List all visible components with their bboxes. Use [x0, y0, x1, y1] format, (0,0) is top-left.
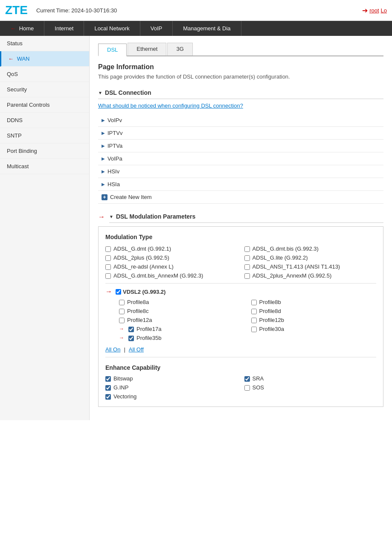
- tab-ethernet[interactable]: Ethernet: [128, 43, 166, 56]
- expand-icon: ▶: [102, 118, 105, 123]
- checkbox-adsl-ansi: ADSL_ANSI_T1.413 (ANSI T1.413): [244, 263, 377, 270]
- checkbox-vectoring: Vectoring: [105, 393, 238, 400]
- nav-voip[interactable]: VoIP: [140, 21, 173, 36]
- sidebar-item-port-binding[interactable]: Port Binding: [0, 143, 89, 159]
- sra-label: SRA: [253, 375, 264, 382]
- vdsl2-label: VDSL2 (G.993.2): [123, 289, 166, 295]
- adsl-readsl-checkbox[interactable]: [105, 264, 111, 270]
- profile35b-label: Profile35b: [136, 335, 162, 341]
- create-new-item[interactable]: + Create New Item: [98, 191, 383, 204]
- profile8b-label: Profile8b: [259, 299, 281, 305]
- checkbox-profile8b: Profile8b: [251, 299, 377, 305]
- adsl-2plus-label: ADSL_2plus (G.992.5): [113, 254, 169, 261]
- bitswap-label: Bitswap: [113, 375, 133, 382]
- logout-link[interactable]: Lo: [381, 7, 387, 14]
- user-link[interactable]: root: [369, 7, 379, 14]
- checkbox-adsl-gdmt-bis: ADSL_G.dmt.bis (G.992.3): [244, 246, 377, 252]
- conn-item-voipa[interactable]: ▶ VoIPa: [98, 152, 383, 165]
- checkbox-profile30a: Profile30a: [251, 326, 377, 332]
- dsl-modulation-section: → ▼ DSL Modulation Parameters: [98, 210, 383, 223]
- profile8c-checkbox[interactable]: [119, 309, 125, 314]
- all-on-button[interactable]: All On: [105, 346, 120, 353]
- checkbox-adsl-gdmt-bisannexm: ADSL_G.dmt.bis_AnnexM (G.992.3): [105, 272, 238, 279]
- profile12b-label: Profile12b: [259, 317, 285, 323]
- adsl-ansi-checkbox[interactable]: [244, 264, 250, 270]
- dsl-connection-header[interactable]: ▼ DSL Connection: [98, 87, 383, 99]
- adsl-readsl-label: ADSL_re-adsl (Annex L): [113, 263, 174, 270]
- dsl-config-link[interactable]: What should be noticed when configuring …: [98, 102, 383, 109]
- modulation-checkboxes-top: ADSL_G.dmt (G.992.1) ADSL_G.dmt.bis (G.9…: [105, 246, 376, 279]
- nav-management[interactable]: Management & Dia: [173, 21, 241, 36]
- adsl-glite-checkbox[interactable]: [244, 255, 250, 261]
- sidebar: Status ← WAN QoS Security Parental Contr…: [0, 36, 90, 420]
- expand-icon: ▶: [102, 131, 105, 135]
- conn-item-voipv[interactable]: ▶ VoIPv: [98, 114, 383, 127]
- conn-item-hsiv[interactable]: ▶ HSIv: [98, 165, 383, 178]
- checkbox-adsl-glite: ADSL_G.lite (G.992.2): [244, 254, 377, 261]
- profile35b-checkbox[interactable]: [128, 336, 134, 341]
- profile8d-checkbox[interactable]: [251, 309, 257, 314]
- divider: [105, 283, 376, 284]
- sidebar-item-sntp[interactable]: SNTP: [0, 128, 89, 143]
- adsl-gdmt-bisannexm-checkbox[interactable]: [105, 273, 111, 279]
- checkbox-profile17a: → Profile17a: [119, 326, 244, 332]
- sidebar-item-status[interactable]: Status: [0, 36, 89, 51]
- conn-item-hsia[interactable]: ▶ HSIa: [98, 178, 383, 191]
- expand-icon: ▶: [102, 143, 105, 148]
- bitswap-checkbox[interactable]: [105, 376, 111, 382]
- adsl-2plus-annexm-checkbox[interactable]: [244, 273, 250, 279]
- adsl-2plus-checkbox[interactable]: [105, 255, 111, 261]
- adsl-gdmt-bisannexm-label: ADSL_G.dmt.bis_AnnexM (G.992.3): [113, 272, 203, 279]
- dsl-modulation-header[interactable]: ▼ DSL Modulation Parameters: [109, 210, 383, 223]
- expand-icon: ▶: [102, 156, 105, 161]
- nav-home[interactable]: ← Home: [0, 21, 44, 36]
- vectoring-label: Vectoring: [113, 393, 136, 400]
- checkbox-profile8c: Profile8c: [119, 308, 244, 314]
- profile8b-checkbox[interactable]: [251, 300, 257, 305]
- sidebar-item-security[interactable]: Security: [0, 82, 89, 97]
- profile8c-label: Profile8c: [127, 308, 149, 314]
- tab-3g[interactable]: 3G: [167, 43, 192, 56]
- adsl-gdmt-bis-checkbox[interactable]: [244, 246, 250, 252]
- dsl-connection-list: ▶ VoIPv ▶ IPTVv ▶ IPTVa ▶ VoIPa ▶ HSIv ▶…: [98, 114, 383, 204]
- header: ZTE Current Time: 2024-10-30T16:30 ➔ roo…: [0, 0, 392, 21]
- vdsl2-checkbox[interactable]: [116, 289, 121, 295]
- profile12b-checkbox[interactable]: [251, 318, 257, 323]
- sidebar-item-wan[interactable]: ← WAN: [0, 51, 89, 67]
- profile17a-checkbox[interactable]: [128, 327, 134, 332]
- all-off-button[interactable]: All Off: [129, 346, 144, 353]
- sidebar-item-multicast[interactable]: Multicast: [0, 159, 89, 174]
- profile12a-checkbox[interactable]: [119, 318, 125, 323]
- conn-item-iptva[interactable]: ▶ IPTVa: [98, 140, 383, 152]
- checkbox-adsl-readsl: ADSL_re-adsl (Annex L): [105, 263, 238, 270]
- sra-checkbox[interactable]: [244, 376, 250, 382]
- adsl-2plus-annexm-label: ADSL_2plus_AnnexM (G.992.5): [253, 272, 332, 279]
- sos-checkbox[interactable]: [244, 385, 250, 391]
- ginp-checkbox[interactable]: [105, 385, 111, 391]
- vectoring-checkbox[interactable]: [105, 394, 111, 400]
- page-info-desc: This page provides the function of DSL c…: [98, 73, 383, 80]
- profile30a-label: Profile30a: [259, 326, 285, 332]
- tab-dsl[interactable]: DSL: [98, 44, 127, 56]
- nav-internet[interactable]: Internet: [44, 21, 84, 36]
- sidebar-item-parental-controls[interactable]: Parental Controls: [0, 97, 89, 113]
- red-arrow-profile17a-icon: →: [119, 326, 124, 332]
- enhance-capability-title: Enhance Capability: [105, 364, 376, 371]
- collapse-triangle-mod-icon: ▼: [109, 214, 113, 219]
- modulation-type-title: Modulation Type: [105, 234, 376, 240]
- profile30a-checkbox[interactable]: [251, 327, 257, 332]
- conn-item-iptvv[interactable]: ▶ IPTVv: [98, 127, 383, 140]
- profile8d-label: Profile8d: [259, 308, 281, 314]
- sos-label: SOS: [253, 384, 264, 391]
- nav-local-network[interactable]: Local Network: [84, 21, 140, 36]
- tab-bar: DSL Ethernet 3G: [98, 43, 383, 56]
- adsl-gdmt-label: ADSL_G.dmt (G.992.1): [113, 246, 171, 252]
- red-arrow-profile35b-icon: →: [119, 335, 124, 341]
- profile8a-checkbox[interactable]: [119, 300, 125, 305]
- sidebar-item-qos[interactable]: QoS: [0, 67, 89, 82]
- checkbox-adsl-2plus: ADSL_2plus (G.992.5): [105, 254, 238, 261]
- sidebar-item-ddns[interactable]: DDNS: [0, 113, 89, 128]
- adsl-gdmt-checkbox[interactable]: [105, 246, 111, 252]
- enhance-capability-grid: Bitswap SRA G.INP SOS Vectoring: [105, 375, 376, 400]
- checkbox-adsl-2plus-annexm: ADSL_2plus_AnnexM (G.992.5): [244, 272, 377, 279]
